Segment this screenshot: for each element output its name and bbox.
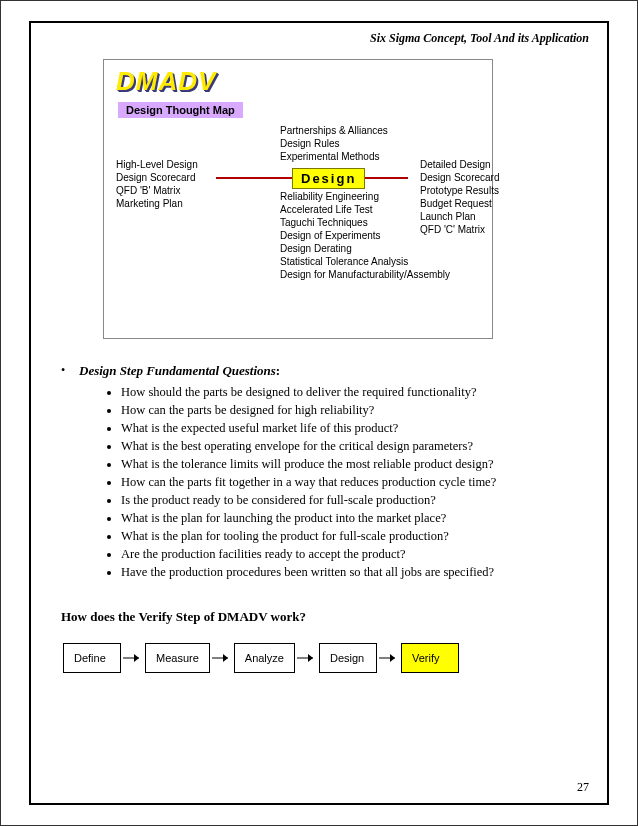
- diagram-right-item: QFD 'C' Matrix: [420, 223, 499, 236]
- questions-heading: Design Step Fundamental Questions:: [79, 363, 583, 379]
- flow-step-analyze: Analyze: [234, 643, 295, 673]
- svg-marker-1: [402, 177, 408, 179]
- diagram-bottom-item: Design Derating: [280, 242, 450, 255]
- diagram-top-item: Design Rules: [280, 137, 388, 150]
- dmadv-wordmark: DMADV: [116, 66, 216, 97]
- arrow-icon: [210, 652, 234, 664]
- dmadv-flow: Define Measure Analyze Design Verify: [63, 643, 583, 673]
- diagram-right-item: Detailed Design: [420, 158, 499, 171]
- svg-marker-5: [223, 654, 228, 662]
- question-item: How can the parts fit together in a way …: [121, 473, 583, 491]
- diagram-left-column: High-Level Design Design Scorecard QFD '…: [116, 158, 198, 210]
- svg-marker-3: [134, 654, 139, 662]
- diagram-right-item: Design Scorecard: [420, 171, 499, 184]
- diagram-left-item: High-Level Design: [116, 158, 198, 171]
- arrow-icon: [295, 652, 319, 664]
- content-area: • Design Step Fundamental Questions: How…: [55, 363, 583, 673]
- question-item: What is the best operating envelope for …: [121, 437, 583, 455]
- question-item: Have the production procedures been writ…: [121, 563, 583, 581]
- diagram-left-item: QFD 'B' Matrix: [116, 184, 198, 197]
- question-item: What is the plan for launching the produ…: [121, 509, 583, 527]
- question-item: Is the product ready to be considered fo…: [121, 491, 583, 509]
- thought-map-label: Design Thought Map: [118, 102, 243, 118]
- diagram-right-column: Detailed Design Design Scorecard Prototy…: [420, 158, 499, 236]
- arrow-icon: [121, 652, 145, 664]
- flow-step-measure: Measure: [145, 643, 210, 673]
- arrow-icon: [377, 652, 401, 664]
- page-number: 27: [577, 780, 589, 795]
- verify-heading: How does the Verify Step of DMADV work?: [61, 609, 583, 625]
- svg-marker-9: [390, 654, 395, 662]
- flow-step-define: Define: [63, 643, 121, 673]
- diagram-right-item: Prototype Results: [420, 184, 499, 197]
- design-center-box: Design: [292, 168, 365, 189]
- diagram-top-column: Partnerships & Alliances Design Rules Ex…: [280, 124, 388, 163]
- diagram-top-item: Partnerships & Alliances: [280, 124, 388, 137]
- question-item: What is the tolerance limits will produc…: [121, 455, 583, 473]
- questions-list: How should the parts be designed to deli…: [121, 383, 583, 581]
- question-item: What is the expected useful market life …: [121, 419, 583, 437]
- diagram-top-item: Experimental Methods: [280, 150, 388, 163]
- page-frame: Six Sigma Concept, Tool And its Applicat…: [29, 21, 609, 805]
- diagram-bottom-item: Design for Manufacturability/Assembly: [280, 268, 450, 281]
- diagram-right-item: Launch Plan: [420, 210, 499, 223]
- bullet-icon: •: [61, 363, 65, 378]
- question-item: What is the plan for tooling the product…: [121, 527, 583, 545]
- dmadv-diagram: DMADV Design Thought Map High-Level Desi…: [103, 59, 493, 339]
- diagram-left-item: Design Scorecard: [116, 171, 198, 184]
- question-item: How should the parts be designed to deli…: [121, 383, 583, 401]
- question-item: Are the production facilities ready to a…: [121, 545, 583, 563]
- flow-step-verify: Verify: [401, 643, 459, 673]
- diagram-right-item: Budget Request: [420, 197, 499, 210]
- diagram-left-item: Marketing Plan: [116, 197, 198, 210]
- header-title: Six Sigma Concept, Tool And its Applicat…: [370, 31, 589, 46]
- question-item: How can the parts be designed for high r…: [121, 401, 583, 419]
- svg-marker-7: [308, 654, 313, 662]
- diagram-bottom-item: Statistical Tolerance Analysis: [280, 255, 450, 268]
- flow-step-design: Design: [319, 643, 377, 673]
